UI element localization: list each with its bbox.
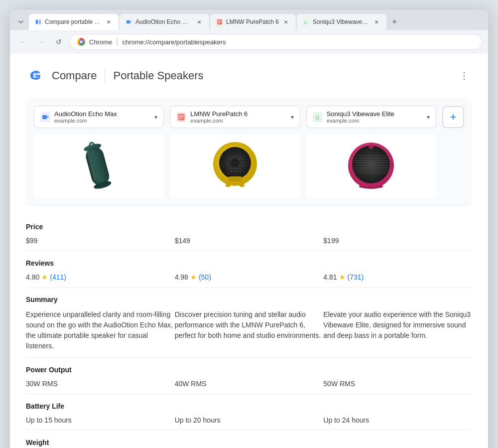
svg-point-72 [234, 162, 236, 164]
rating-1-cell: 4.80 ★ (411) [26, 270, 175, 288]
svg-point-55 [227, 165, 228, 166]
price-header-row: Price [26, 215, 472, 234]
google-logo-icon: G G [26, 66, 46, 86]
back-button[interactable]: ← [16, 35, 30, 49]
address-separator: | [116, 37, 118, 46]
svg-point-42 [227, 159, 228, 160]
svg-point-38 [232, 156, 233, 157]
power-section-label: Power Output [26, 358, 472, 377]
comparison-card: AudioOtion Echo Max example.com ▾ LMNW P… [26, 98, 472, 207]
battery-section-label: Battery Life [26, 394, 472, 414]
svg-point-62 [232, 168, 233, 169]
product-3-chevron-icon: ▾ [427, 114, 430, 121]
tab-lmnw-close[interactable]: ✕ [282, 18, 290, 26]
compare-label: Compare [52, 69, 97, 82]
summary-section-label: Summary [26, 288, 472, 307]
review-count-2-link[interactable]: (50) [199, 273, 211, 281]
reviews-section-label: Reviews [26, 251, 472, 271]
svg-point-69 [240, 171, 241, 172]
new-tab-button[interactable]: + [387, 15, 401, 29]
add-product-button[interactable]: + [442, 106, 464, 128]
product-1-domain: example.com [54, 118, 150, 124]
address-box[interactable]: Chrome | chrome://compare/portablespeake… [70, 34, 482, 50]
product-2-chevron-icon: ▾ [291, 114, 294, 121]
tab-dropdown-button[interactable] [14, 15, 28, 29]
summary-1: Experience unparalleled clarity and room… [26, 306, 175, 358]
svg-point-14 [80, 41, 83, 43]
address-bar: ← → ↺ Chrome [10, 30, 488, 54]
review-count-2: 50 [201, 273, 209, 281]
tab-compare[interactable]: Compare portable speaker ✕ [29, 14, 119, 30]
tab-soniqu-label: Soniqu3 Vibewave Elite [313, 18, 370, 25]
more-options-button[interactable]: ⋮ [456, 68, 472, 84]
product-2-selector[interactable]: LMNW PurePatch 6 example.com ▾ [170, 106, 300, 128]
reload-button[interactable]: ↺ [52, 35, 66, 49]
power-3: 50W RMS [323, 377, 472, 394]
battery-3: Up to 24 hours [323, 413, 472, 431]
svg-point-40 [238, 156, 239, 157]
product-3-domain: example.com [327, 118, 423, 124]
summary-2: Discover precision tuning and stellar au… [175, 306, 324, 358]
page-header: G G Compare Portable Speakers ⋮ [26, 66, 472, 86]
rating-2: 4.98 ★ (50) [175, 273, 324, 281]
svg-point-37 [229, 156, 230, 157]
svg-point-48 [226, 162, 227, 163]
product-1-selector[interactable]: AudioOtion Echo Max example.com ▾ [34, 106, 164, 128]
browser-window: Compare portable speaker ✕ AudioOtion Ec… [10, 10, 488, 448]
comparison-table: Price $99 $149 $199 Reviews 4.80 ★ (411) [26, 215, 472, 448]
battery-2: Up to 20 hours [175, 413, 324, 431]
review-count-3: 731 [350, 273, 361, 281]
summary-data-row: Experience unparalleled clarity and room… [26, 306, 472, 358]
forward-button[interactable]: → [34, 35, 48, 49]
svg-point-67 [234, 171, 235, 172]
header-divider [105, 69, 105, 83]
svg-point-86 [369, 144, 374, 149]
svg-text:♫: ♫ [304, 20, 307, 25]
power-1: 30W RMS [26, 377, 175, 394]
tab-audio[interactable]: AudioOtion Echo Max ✕ [120, 14, 209, 30]
svg-point-53 [241, 162, 242, 163]
add-product-icon: + [450, 111, 457, 124]
tab-audio-close[interactable]: ✕ [195, 18, 203, 26]
review-count-3-link[interactable]: (731) [348, 273, 364, 281]
tab-compare-icon [35, 18, 42, 25]
image-spacer [442, 134, 464, 199]
svg-rect-2 [126, 20, 130, 23]
product-2-name: LMNW PurePatch 6 [190, 110, 286, 118]
svg-point-66 [231, 171, 232, 172]
power-header-row: Power Output [26, 358, 472, 377]
address-url: chrome://compare/portablespeakers [122, 38, 475, 46]
tab-soniqu-close[interactable]: ✕ [373, 18, 380, 26]
product-3-selector[interactable]: ♫ Soniqu3 Vibewave Elite example.com ▾ [306, 106, 436, 128]
price-1: $99 [26, 234, 175, 251]
summary-header-row: Summary [26, 288, 472, 307]
tab-lmnw-icon [216, 18, 223, 25]
tab-soniqu[interactable]: ♫ Soniqu3 Vibewave Elite ✕ [297, 14, 386, 30]
speaker-1-svg [78, 139, 120, 194]
reviews-data-row: 4.80 ★ (411) 4.98 ★ (50) 4.81 ★ [26, 270, 472, 288]
rating-2-cell: 4.98 ★ (50) [175, 270, 324, 288]
tab-compare-close[interactable]: ✕ [105, 18, 113, 26]
price-3: $199 [323, 234, 472, 251]
rating-1: 4.80 ★ (411) [26, 273, 175, 281]
svg-rect-0 [36, 20, 38, 24]
tab-lmnw-label: LMNW PurePatch 6 [226, 18, 279, 25]
weight-section-label: Weight [26, 431, 472, 448]
tab-audio-icon [125, 18, 132, 25]
back-icon: ← [19, 38, 26, 46]
svg-point-63 [235, 168, 236, 169]
star-1-icon: ★ [41, 273, 48, 281]
svg-point-47 [242, 159, 243, 160]
chrome-label: Chrome [89, 38, 112, 46]
svg-rect-1 [39, 20, 41, 24]
product-2-icon [176, 112, 186, 122]
product-1-name: AudioOtion Echo Max [54, 110, 150, 118]
svg-point-49 [229, 162, 230, 163]
summary-3: Elevate your audio experience with the S… [323, 306, 472, 358]
review-count-1-link[interactable]: (411) [50, 273, 66, 281]
rating-3: 4.81 ★ (731) [323, 273, 472, 281]
product-3-image [306, 134, 436, 199]
tab-lmnw[interactable]: LMNW PurePatch 6 ✕ [210, 14, 296, 30]
review-count-1: 411 [52, 273, 64, 281]
weight-header-row: Weight [26, 431, 472, 448]
